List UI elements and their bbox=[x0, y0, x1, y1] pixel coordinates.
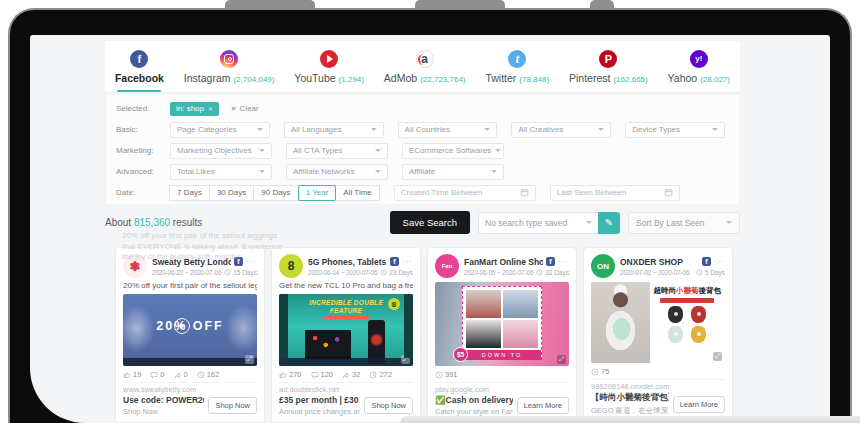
last-seen-input[interactable]: Last Seen Between bbox=[550, 185, 680, 201]
tab-twitter[interactable]: t Twitter (78,848) bbox=[479, 41, 555, 92]
saved-search-dropdown[interactable]: No search type saved ✎ bbox=[478, 212, 620, 234]
more-options-icon[interactable]: ··· bbox=[402, 257, 413, 266]
tab-youtube[interactable]: YouTube (1,294) bbox=[288, 41, 370, 92]
countries-select[interactable]: All Countries bbox=[398, 122, 498, 138]
clock-icon bbox=[435, 371, 443, 379]
marketing-objectives-select[interactable]: Marketing Objectives bbox=[170, 143, 272, 159]
creative-right-panel: 超時尚小雛菊後背包 bbox=[650, 282, 726, 363]
facebook-badge-icon: f bbox=[234, 257, 243, 266]
ad-card[interactable]: 8 5G Phones, Tablets & SIMs | ... f ··· … bbox=[271, 247, 421, 423]
cta-button[interactable]: Shop Now bbox=[208, 397, 257, 414]
range-all-time-button[interactable]: All Time bbox=[335, 185, 379, 201]
tab-facebook[interactable]: f Facebook bbox=[109, 41, 170, 92]
expand-icon[interactable]: ⤢ bbox=[245, 355, 254, 364]
facebook-badge-icon: f bbox=[546, 257, 555, 266]
ad-creative-image[interactable]: INCREDIBLE DOUBLE FEATURE 8 ⤢ bbox=[279, 294, 413, 366]
advertiser-name[interactable]: Sweaty Betty London | Wom... bbox=[152, 257, 231, 267]
chip-label: in: shop bbox=[176, 104, 204, 113]
range-7-days-button[interactable]: 7 Days bbox=[169, 185, 210, 201]
cta-button[interactable]: Learn More bbox=[673, 396, 725, 413]
share-count: 32 bbox=[352, 370, 360, 379]
ad-card[interactable]: ON ONXDER SHOP f ··· 2020-07-02 ~ 2020-0… bbox=[583, 247, 733, 423]
tab-count: (2,704,049) bbox=[234, 75, 275, 84]
ad-card[interactable]: ❃ Sweaty Betty London | Wom... f ··· 202… bbox=[115, 247, 265, 423]
more-options-icon[interactable]: ··· bbox=[714, 257, 725, 266]
sort-dropdown[interactable]: Sort By Last Seen bbox=[628, 212, 740, 234]
admob-icon: a bbox=[416, 50, 434, 68]
ad-card[interactable]: Fan FanMart Online Shopping - F... f ···… bbox=[427, 247, 577, 423]
expand-icon[interactable]: ⤢ bbox=[713, 352, 722, 361]
backpack-black bbox=[668, 306, 683, 323]
ecommerce-softwares-select[interactable]: ECommerce Softwares bbox=[402, 143, 504, 159]
created-time-input[interactable]: Created Time Between bbox=[394, 185, 536, 201]
affiliate-select[interactable]: Affiliate bbox=[402, 164, 504, 180]
ad-domain[interactable]: www.sweatybetty.com bbox=[123, 382, 257, 394]
advertiser-name[interactable]: 5G Phones, Tablets & SIMs | ... bbox=[308, 257, 387, 267]
ad-creative-image[interactable]: DOWN TO $5 ⤢ bbox=[435, 282, 569, 366]
chevron-down-icon bbox=[491, 170, 497, 173]
expand-icon[interactable]: ⤢ bbox=[401, 355, 410, 364]
comment-count: 120 bbox=[321, 370, 334, 379]
ad-creative-image[interactable]: 超時尚小雛菊後背包 ⤢ bbox=[591, 282, 725, 363]
chevron-down-icon bbox=[495, 149, 501, 152]
backpack-red bbox=[691, 306, 706, 323]
backpack-grid bbox=[668, 306, 706, 343]
range-30-days-button[interactable]: 30 Days bbox=[209, 185, 254, 201]
tab-label: Facebook bbox=[115, 72, 164, 84]
more-options-icon[interactable]: ··· bbox=[246, 257, 257, 266]
ad-headline: Use code: POWER20 bbox=[123, 395, 204, 405]
expand-icon[interactable]: ⤢ bbox=[557, 355, 566, 364]
tab-pinterest[interactable]: P Pinterest (162,665) bbox=[563, 41, 654, 92]
save-search-button[interactable]: Save Search bbox=[390, 211, 470, 234]
selected-chip[interactable]: in: shop × bbox=[170, 102, 219, 116]
pinterest-icon: P bbox=[599, 50, 617, 68]
chevron-down-icon bbox=[259, 170, 265, 173]
total-likes-select[interactable]: Total Likes bbox=[170, 164, 272, 180]
time-count: 162 bbox=[207, 370, 220, 379]
days-running: 15 Days bbox=[233, 269, 257, 276]
time-count: 391 bbox=[445, 370, 458, 379]
cta-button[interactable]: Shop Now bbox=[364, 397, 413, 414]
creatives-select[interactable]: All Creatives bbox=[511, 122, 611, 138]
advertiser-name[interactable]: ONXDER SHOP bbox=[620, 257, 699, 267]
tab-admob[interactable]: a AdMob (22,723,764) bbox=[378, 41, 472, 92]
tab-yahoo[interactable]: y! Yahoo (28,027) bbox=[662, 41, 736, 92]
card-footer: ✅Cash on delivery ✅ Days fr... Catch you… bbox=[435, 395, 569, 416]
cta-types-select[interactable]: All CTA Types bbox=[286, 143, 388, 159]
languages-select[interactable]: All Languages bbox=[284, 122, 384, 138]
affiliate-networks-select[interactable]: Affiliate Networks bbox=[286, 164, 388, 180]
page-categories-select[interactable]: Page Categories bbox=[170, 122, 270, 138]
creative-strip-text: DOWN TO bbox=[463, 350, 541, 360]
play-icon[interactable] bbox=[174, 318, 190, 334]
advertiser-name[interactable]: FanMart Online Shopping - F... bbox=[464, 257, 543, 267]
ad-domain[interactable]: ad.doubleclick.net bbox=[279, 382, 413, 394]
cta-button[interactable]: Learn More bbox=[517, 397, 569, 414]
clear-filters-button[interactable]: ✕ Clear bbox=[231, 104, 259, 113]
range-1-year-button[interactable]: 1 Year bbox=[298, 185, 337, 201]
chip-close-icon[interactable]: × bbox=[208, 104, 213, 113]
advertiser-avatar: ❃ bbox=[123, 254, 147, 278]
tab-label: AdMob bbox=[384, 72, 417, 84]
creative-title-part1: 超時尚 bbox=[654, 286, 677, 295]
tab-instagram[interactable]: Instagram (2,704,049) bbox=[178, 41, 281, 92]
ad-domain[interactable]: play.google.com bbox=[435, 382, 569, 394]
ad-subline: Catch your style on FanMart! bbox=[435, 407, 513, 416]
chevron-down-icon bbox=[375, 149, 381, 152]
ad-subline: Shop Now bbox=[123, 407, 204, 416]
ad-domain[interactable]: 986208148.onxder.com bbox=[591, 379, 725, 391]
chevron-down-icon bbox=[726, 221, 732, 224]
ad-creative-image[interactable]: 20% OFF ⤢ bbox=[123, 294, 257, 366]
edit-saved-search-button[interactable]: ✎ bbox=[598, 212, 620, 234]
tab-label: Instagram bbox=[184, 72, 231, 84]
card-header: 8 5G Phones, Tablets & SIMs | ... f ··· … bbox=[279, 254, 413, 278]
tab-label: Yahoo bbox=[668, 72, 698, 84]
device-types-select[interactable]: Device Types bbox=[625, 122, 725, 138]
tab-label: Pinterest bbox=[569, 72, 610, 84]
clear-label: Clear bbox=[240, 104, 259, 113]
ad-body-text: Get the new TCL 10 Pro and bag a free TC… bbox=[279, 281, 413, 290]
creative-title-part2: 小雛菊 bbox=[676, 286, 699, 295]
more-options-icon[interactable]: ··· bbox=[558, 257, 569, 266]
product-photo bbox=[466, 290, 501, 318]
ad-subline: Annual price changes and terms ... bbox=[279, 407, 360, 416]
range-90-days-button[interactable]: 90 Days bbox=[253, 185, 298, 201]
